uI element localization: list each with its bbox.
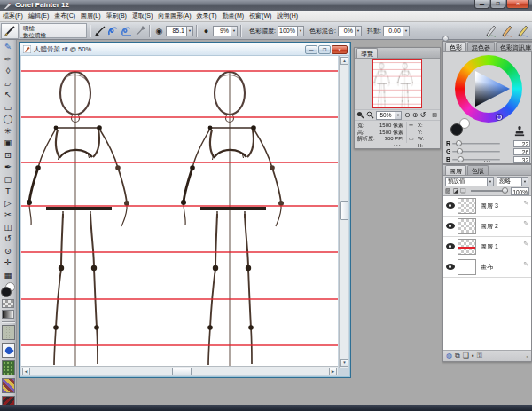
navigator-tab[interactable]: 導覽 xyxy=(356,48,378,58)
new-mask-icon[interactable]: ▪ xyxy=(472,351,474,361)
horizontal-scroll-thumb[interactable] xyxy=(172,368,192,375)
clone-color-icon[interactable] xyxy=(514,126,525,137)
preserve-transparency-icon[interactable]: ▨ xyxy=(445,186,451,195)
canvas[interactable] xyxy=(21,56,338,368)
flow-map-selector[interactable] xyxy=(2,343,15,358)
layer-row[interactable]: 圖層 2 ✎ xyxy=(443,217,531,237)
toolbox-tool[interactable]: ✛ xyxy=(2,257,15,269)
main-color[interactable] xyxy=(450,123,463,136)
menu-item[interactable]: 編輯(E) xyxy=(28,12,49,20)
layer-visibility-icon[interactable] xyxy=(445,223,456,230)
toolbox-tool[interactable]: ↺ xyxy=(2,233,15,245)
paper-selector[interactable] xyxy=(2,325,15,340)
weave-selector[interactable] xyxy=(2,378,15,393)
layer-visibility-icon[interactable] xyxy=(445,243,456,250)
pickup-underlying-icon[interactable]: ◪ xyxy=(453,186,459,195)
resat-dropdown[interactable]: ▼ xyxy=(356,26,362,36)
toolbox-tool[interactable]: ▦ xyxy=(2,269,15,281)
scroll-down-arrow[interactable]: ▼ xyxy=(340,359,348,367)
layer-row[interactable]: 圖層 3 ✎ xyxy=(443,196,531,217)
layer-opacity-value[interactable]: 100% xyxy=(511,187,529,195)
opacity-dropdown[interactable]: ▼ xyxy=(231,26,238,36)
scroll-left-arrow[interactable]: ◀ xyxy=(22,368,30,375)
brush-stroke-icon[interactable] xyxy=(94,25,106,37)
document-titlebar[interactable]: 人體骨架.rif @ 50% ▬ ❐ ✕ xyxy=(20,43,349,56)
toolbox-tool[interactable]: ⊡ xyxy=(2,149,15,162)
doc-restore-button[interactable]: ❐ xyxy=(318,45,331,54)
toolbox-tool[interactable]: ◊ xyxy=(2,65,15,77)
composite-depth-select[interactable]: 忽略 xyxy=(497,177,522,186)
menu-item[interactable]: 畫布(C) xyxy=(54,12,75,20)
jitter-field[interactable]: 0.00 xyxy=(383,26,403,36)
menu-item[interactable]: 檔案(F) xyxy=(3,12,23,20)
g-slider[interactable] xyxy=(452,151,500,153)
layer-row[interactable]: 畫布 ✎ xyxy=(443,257,531,278)
sv-triangle[interactable] xyxy=(465,65,512,113)
main-color-swatch[interactable] xyxy=(1,287,12,297)
navigator-pan-icon[interactable] xyxy=(366,111,374,119)
navigator-zoom-value[interactable]: 50% xyxy=(376,111,395,120)
new-watercolor-layer-icon[interactable]: ❏ xyxy=(463,351,469,361)
toolbox-tool[interactable]: T xyxy=(2,185,15,197)
navigator-zoom-icon[interactable] xyxy=(356,111,364,119)
close-button[interactable]: ✕ xyxy=(506,0,529,9)
toolbox-tool[interactable]: ↖ xyxy=(2,89,15,101)
navigator-options-icon[interactable]: ▧ xyxy=(432,110,437,120)
menu-item[interactable]: 向量圖形(A) xyxy=(158,12,191,20)
toolbox-tool[interactable]: ✑ xyxy=(2,53,15,66)
color-swatches[interactable] xyxy=(1,282,15,297)
brush-control-pen-icon-1[interactable] xyxy=(484,23,498,37)
draw-freehand-icon[interactable] xyxy=(107,25,119,37)
rotate-icon[interactable]: ↺ xyxy=(419,110,426,120)
toolbox-tool[interactable]: ▷ xyxy=(2,197,15,209)
grain-dropdown[interactable]: ▼ xyxy=(298,26,304,36)
color-panel-tab[interactable]: 混色器 xyxy=(467,42,495,51)
draw-straight-icon[interactable] xyxy=(121,25,132,37)
layer-visibility-icon[interactable] xyxy=(445,264,456,271)
vertical-scroll-thumb[interactable] xyxy=(340,201,348,220)
sv-marker[interactable] xyxy=(470,99,474,103)
maximize-button[interactable]: ❐ xyxy=(490,0,505,9)
jitter-dropdown[interactable]: ▼ xyxy=(403,26,410,36)
lock-layer-icon[interactable]: ⚿ xyxy=(477,351,482,361)
brush-control-pen-icon-3[interactable] xyxy=(516,23,530,37)
doc-minimize-button[interactable]: ▬ xyxy=(305,45,317,54)
brush-selector[interactable] xyxy=(1,23,19,39)
r-slider[interactable] xyxy=(452,143,500,145)
size-dropdown[interactable]: ▼ xyxy=(187,26,193,36)
layer-visibility-icon[interactable] xyxy=(445,202,456,209)
panel-resize-handle[interactable]: ⋯ xyxy=(355,144,440,147)
opacity-field[interactable]: 9% xyxy=(213,26,231,36)
pattern-selector[interactable] xyxy=(2,299,14,308)
scroll-right-arrow[interactable]: ▶ xyxy=(329,368,337,375)
nozzle-selector[interactable] xyxy=(2,360,15,375)
toolbox-tool[interactable]: ⊙ xyxy=(2,245,15,257)
gradient-selector[interactable] xyxy=(2,310,14,319)
color-panel-tab[interactable]: 色彩 xyxy=(445,42,466,51)
toolbox-tool[interactable]: ◫ xyxy=(2,221,15,233)
panel-resize-handle[interactable]: ⋯ xyxy=(443,160,531,163)
menu-item[interactable]: 選取(S) xyxy=(132,12,153,20)
layer-link-icon[interactable]: ❏ xyxy=(460,186,466,195)
toolbox-tool[interactable]: ✎ xyxy=(2,41,15,53)
composite-method-select[interactable]: 預設值 xyxy=(445,177,488,186)
layers-panel-tab[interactable]: 圖層 xyxy=(445,165,466,175)
toolbox-tool[interactable]: ▱ xyxy=(2,77,15,90)
toolbox-tool[interactable]: ✒ xyxy=(2,161,15,173)
layer-opacity-slider[interactable] xyxy=(471,190,508,192)
composite-depth-dropdown[interactable]: ▼ xyxy=(522,177,528,186)
layers-panel-tab[interactable]: 色版 xyxy=(467,165,489,175)
color-panel-tab[interactable]: 色彩資訊庫 xyxy=(496,42,532,51)
menu-item[interactable]: 動畫(M) xyxy=(223,12,245,20)
brush-control-pen-icon-2[interactable] xyxy=(500,23,514,37)
navigator-thumbnail[interactable] xyxy=(373,60,421,107)
toolbox-tool[interactable]: ▣ xyxy=(2,137,15,149)
toolbox-tool[interactable]: ✳ xyxy=(2,125,15,138)
toolbox-tool[interactable]: ▢ xyxy=(2,173,15,186)
toolbox-tool[interactable]: ▭ xyxy=(2,101,15,114)
navigator-zoom-dropdown[interactable]: ▼ xyxy=(395,111,402,120)
r-value[interactable]: 22 xyxy=(513,140,530,147)
hue-marker[interactable] xyxy=(497,115,502,120)
menu-item[interactable]: 效果(T) xyxy=(197,12,217,20)
zoom-in-icon[interactable]: ⊕ xyxy=(412,110,419,120)
